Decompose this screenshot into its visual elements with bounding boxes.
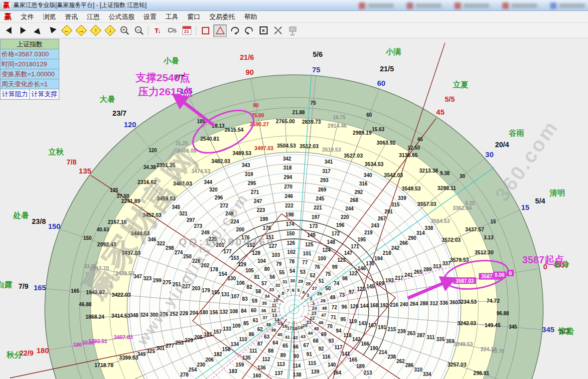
svg-text:40: 40 [278,332,283,337]
svg-text:80: 80 [264,266,270,272]
svg-text:小满: 小满 [385,47,402,56]
menu-item-江恩[interactable]: 江恩 [82,11,104,23]
svg-text:164: 164 [333,370,341,376]
svg-text:114: 114 [293,363,301,369]
svg-text:49: 49 [330,295,336,300]
svg-text:94: 94 [336,328,342,334]
draw-square-icon[interactable] [199,24,212,37]
svg-text:345: 345 [509,324,517,330]
cls-button[interactable]: Cls [165,24,179,37]
svg-text:157: 157 [213,329,222,335]
svg-text:359: 359 [446,339,454,344]
nav-down-icon[interactable] [45,24,59,37]
svg-text:335: 335 [437,337,445,342]
svg-text:205: 205 [194,335,203,340]
svg-text:166: 166 [361,341,369,347]
price-line-icon[interactable]: T↓ [151,24,164,37]
zoom-in-icon[interactable]: + [118,24,131,37]
svg-text:29: 29 [298,279,303,284]
svg-text:3234.53: 3234.53 [458,299,477,305]
rotate-ccw-icon[interactable] [242,24,256,37]
svg-text:白露: 白露 [0,280,12,289]
titlebar-blurred-widgets [359,1,585,10]
draw-triangle-icon[interactable] [213,24,227,37]
toolbar: ←→↑↓+−T↓Cls21× [0,23,588,38]
svg-text:66: 66 [293,344,299,350]
svg-text:218: 218 [383,250,391,256]
svg-text:60: 60 [251,308,257,313]
svg-text:318: 318 [284,165,292,171]
svg-text:23: 23 [311,311,316,316]
svg-text:341: 341 [324,159,333,165]
svg-text:12.50: 12.50 [408,145,420,151]
menu-item-设置[interactable]: 设置 [139,11,161,23]
svg-text:145: 145 [366,284,375,289]
svg-text:38: 38 [266,322,271,327]
svg-text:214: 214 [379,350,387,355]
svg-text:40.63: 40.63 [97,227,109,232]
menu-item-帮助[interactable]: 帮助 [240,11,262,23]
svg-text:−: − [137,27,139,32]
svg-text:121: 121 [357,286,365,292]
svg-text:21.88: 21.88 [293,110,305,115]
boxed-x-icon[interactable]: × [257,24,270,37]
pan-down-icon[interactable]: ↓ [103,24,117,37]
rotate-cw-icon[interactable] [228,24,241,37]
svg-text:6: 6 [292,288,294,293]
panel-row: 时间=20180129 [0,59,59,69]
svg-text:34: 34 [265,294,270,299]
svg-text:52: 52 [310,273,316,278]
svg-text:91: 91 [306,352,312,357]
svg-text:159: 159 [236,362,244,368]
svg-text:3138.65: 3138.65 [399,152,418,158]
svg-text:3414.53: 3414.53 [111,313,130,319]
svg-text:177: 177 [223,249,232,254]
svg-text:154: 154 [219,271,227,277]
svg-text:148: 148 [327,239,335,245]
svg-text:59: 59 [252,298,258,304]
menu-item-资讯[interactable]: 资讯 [60,11,82,23]
menu-item-工具[interactable]: 工具 [161,11,183,23]
svg-text:小暑: 小暑 [163,56,179,65]
svg-text:60: 60 [377,79,386,87]
svg-text:217: 217 [395,275,403,281]
svg-text:4: 4 [302,290,304,295]
svg-text:183: 183 [229,369,237,374]
panel-button-计算阻力[interactable]: 计算阻力 [0,89,30,99]
nav-left-icon[interactable] [2,24,15,37]
pan-up-icon[interactable]: ↑ [89,24,102,37]
svg-text:109: 109 [232,323,241,329]
nav-right-icon[interactable] [16,24,30,37]
svg-text:3242.03: 3242.03 [457,320,476,326]
screen-icon[interactable] [286,24,299,37]
pan-left-icon[interactable]: ← [60,24,73,37]
center-view-icon[interactable] [271,24,285,37]
svg-text:173: 173 [309,223,318,229]
svg-text:190: 190 [370,346,378,351]
svg-text:77: 77 [302,260,308,265]
svg-text:50: 50 [325,286,331,291]
menu-item-浏览[interactable]: 浏览 [38,11,60,23]
svg-text:292: 292 [354,190,363,195]
pan-right-icon[interactable]: → [74,24,88,37]
svg-text:165: 165 [349,357,357,363]
svg-text:222: 222 [285,203,294,208]
nav-up-icon[interactable] [31,24,44,37]
svg-text:197: 197 [311,214,320,220]
zoom-out-icon[interactable]: − [132,24,146,37]
svg-text:291: 291 [384,209,393,214]
svg-text:81: 81 [254,274,260,280]
svg-text:322: 322 [157,241,165,246]
svg-text:54: 54 [290,268,295,274]
svg-text:45: 45 [436,108,444,116]
calendar-icon[interactable]: 21 [180,24,193,37]
svg-text:84: 84 [241,308,247,314]
panel-button-计算支撑[interactable]: 计算支撑 [30,89,59,99]
svg-text:3257.03: 3257.03 [447,362,466,368]
menu-item-窗口[interactable]: 窗口 [183,11,205,23]
svg-text:167: 167 [368,323,377,328]
menu-item-公式选股[interactable]: 公式选股 [104,11,139,23]
svg-text:254: 254 [188,367,197,373]
menu-item-交易委托[interactable]: 交易委托 [205,11,240,23]
menu-item-文件[interactable]: 文件 [16,11,38,23]
